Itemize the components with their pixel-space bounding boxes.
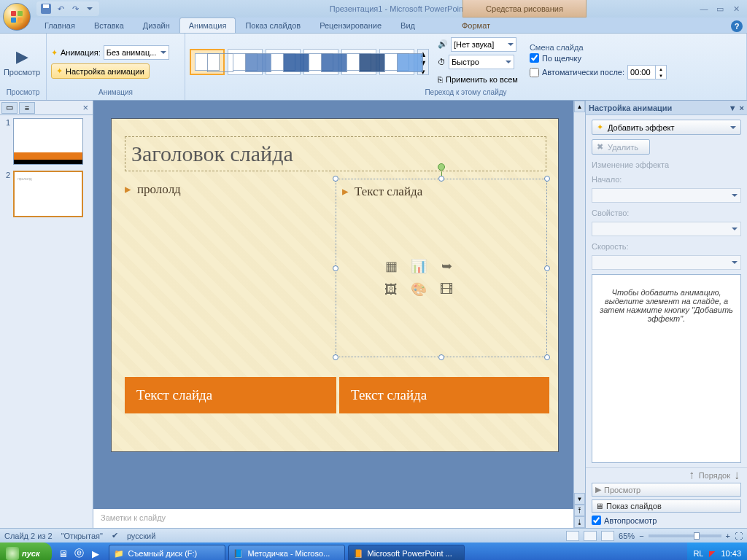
speed-label: Скорость: xyxy=(592,242,741,251)
notes-pane[interactable]: Заметки к слайду xyxy=(93,506,573,528)
slide-indicator: Слайд 2 из 2 xyxy=(4,532,53,540)
window-close[interactable]: ✕ xyxy=(728,3,744,15)
ql-media-icon[interactable]: ▶ xyxy=(88,545,103,560)
vertical-scrollbar[interactable]: ▲ ▼ ⭱⭳ xyxy=(573,101,585,528)
taskpane-menu[interactable]: ▼ xyxy=(729,104,737,112)
resize-handle[interactable] xyxy=(333,176,338,182)
tray-lang[interactable]: RL xyxy=(693,549,703,558)
sorter-view[interactable] xyxy=(584,531,597,541)
insert-chart-icon[interactable]: 📊 xyxy=(406,256,431,276)
word-icon: 📘 xyxy=(233,549,244,559)
speed-icon: ⏱ xyxy=(438,58,446,66)
speed-combo[interactable]: Быстро xyxy=(449,55,514,69)
insert-smartart-icon[interactable]: ➥ xyxy=(434,256,459,276)
qat-save[interactable] xyxy=(39,2,53,15)
resize-handle[interactable] xyxy=(544,176,550,182)
tab-review[interactable]: Рецензирование xyxy=(310,18,391,33)
animation-combo[interactable]: Без анимац... xyxy=(104,45,169,60)
tray-shield-icon[interactable]: ◤ xyxy=(709,549,715,559)
tray-clock[interactable]: 10:43 xyxy=(721,549,741,558)
tab-format[interactable]: Формат xyxy=(452,18,500,33)
tab-design[interactable]: Дизайн xyxy=(133,18,179,33)
taskbar-item[interactable]: 📘Методичка - Microso... xyxy=(228,545,345,560)
autopreview-checkbox[interactable]: Автопросмотр xyxy=(592,516,741,525)
scroll-down[interactable]: ▼ xyxy=(574,493,585,505)
prev-slide[interactable]: ⭱ xyxy=(574,505,585,516)
ql-desktop-icon[interactable]: 🖥 xyxy=(56,545,71,560)
slide-thumb-1[interactable] xyxy=(13,118,83,165)
insert-table-icon[interactable]: ▦ xyxy=(379,256,403,276)
slides-tab[interactable]: ▭ xyxy=(1,102,18,114)
resize-handle[interactable] xyxy=(438,354,444,360)
rotate-handle[interactable] xyxy=(438,163,445,171)
fit-window[interactable]: ⛶ xyxy=(735,532,743,540)
outline-tab[interactable]: ≡ xyxy=(19,102,35,114)
zoom-out[interactable]: − xyxy=(639,532,643,540)
tab-view[interactable]: Вид xyxy=(391,18,425,33)
slideshow-view[interactable] xyxy=(601,531,614,541)
preview-button[interactable]: ▶ Просмотр xyxy=(4,38,39,86)
qat-undo[interactable]: ↶ xyxy=(54,2,67,15)
taskbar-item[interactable]: 📙Microsoft PowerPoint ... xyxy=(348,545,465,560)
language-indicator[interactable]: русский xyxy=(127,532,155,540)
scroll-up[interactable]: ▲ xyxy=(574,101,585,112)
office-button[interactable] xyxy=(3,3,31,31)
tab-animation[interactable]: Анимация xyxy=(179,18,236,33)
animation-task-pane: Настройка анимации ▼× ✦Добавить эффект ✖… xyxy=(585,101,747,528)
play-button[interactable]: ▶Просмотр xyxy=(592,483,741,497)
delete-effect-button[interactable]: ✖Удалить xyxy=(592,139,650,155)
title-placeholder[interactable]: Заголовок слайда xyxy=(125,136,546,171)
insert-media-icon[interactable]: 🎞 xyxy=(434,279,459,300)
start-button[interactable]: пуск xyxy=(0,542,52,560)
theme-name: "Открытая" xyxy=(61,532,103,540)
group-preview-label: Просмотр xyxy=(4,88,42,98)
speed-combo[interactable] xyxy=(592,255,741,270)
on-click-checkbox[interactable]: По щелчку xyxy=(530,53,667,63)
taskbar-item[interactable]: 📁Съемный диск (F:) xyxy=(109,545,225,560)
auto-after-checkbox[interactable]: Автоматически после: xyxy=(530,68,624,77)
slide-thumb-2[interactable]: прололд xyxy=(13,171,83,217)
window-restore[interactable]: ▭ xyxy=(712,3,728,15)
apply-all-button[interactable]: ⎘Применить ко всем xyxy=(438,71,518,88)
delete-icon: ✖ xyxy=(597,142,603,152)
qat-customize[interactable] xyxy=(83,2,96,15)
text-box-2[interactable]: Текст слайда xyxy=(339,377,549,413)
resize-handle[interactable] xyxy=(544,354,550,360)
next-slide[interactable]: ⭳ xyxy=(574,516,585,528)
help-icon[interactable]: ? xyxy=(731,20,743,32)
slideshow-button[interactable]: 🖥Показ слайдов xyxy=(592,499,741,513)
start-combo[interactable] xyxy=(592,188,741,203)
property-combo[interactable] xyxy=(592,222,741,236)
insert-picture-icon[interactable]: 🖼 xyxy=(379,279,403,300)
sound-combo[interactable]: [Нет звука] xyxy=(451,37,516,52)
resize-handle[interactable] xyxy=(333,265,338,271)
window-minimize[interactable]: — xyxy=(696,3,712,15)
content-placeholder-selected[interactable]: Текст слайда ▦ 📊 ➥ 🖼 🎨 🎞 xyxy=(336,179,547,357)
tab-slideshow[interactable]: Показ слайдов xyxy=(236,18,310,33)
zoom-value[interactable]: 65% xyxy=(619,532,635,540)
zoom-in[interactable]: + xyxy=(726,532,730,540)
preview-icon: ▶ xyxy=(16,47,28,66)
tab-insert[interactable]: Вставка xyxy=(85,18,133,33)
panel-close[interactable]: × xyxy=(80,102,91,113)
text-box-1[interactable]: Текст слайда xyxy=(125,377,336,413)
left-content[interactable]: прололд xyxy=(125,182,329,211)
transition-none[interactable] xyxy=(190,49,225,75)
zoom-slider[interactable] xyxy=(649,534,721,537)
slide-canvas[interactable]: Заголовок слайда прололд Текст слайда ▦ … xyxy=(111,118,559,452)
spellcheck-icon[interactable]: ✔ xyxy=(112,531,118,540)
add-effect-button[interactable]: ✦Добавить эффект xyxy=(592,120,741,135)
insert-clipart-icon[interactable]: 🎨 xyxy=(406,279,431,300)
slide-panel: ▭ ≡ × 1 2 прололд xyxy=(0,101,93,528)
resize-handle[interactable] xyxy=(333,354,338,360)
tab-home[interactable]: Главная xyxy=(35,18,85,33)
qat-redo[interactable]: ↷ xyxy=(69,2,82,15)
taskpane-close[interactable]: × xyxy=(740,104,744,112)
resize-handle[interactable] xyxy=(544,265,550,271)
normal-view[interactable] xyxy=(566,531,579,541)
auto-after-spinner[interactable]: 00:00▲▼ xyxy=(627,65,667,79)
resize-handle[interactable] xyxy=(438,176,444,182)
animation-settings-button[interactable]: ✦ Настройка анимации xyxy=(51,63,150,79)
ql-ie-icon[interactable]: ⓔ xyxy=(72,545,87,560)
section-label: Изменение эффекта xyxy=(592,160,741,169)
